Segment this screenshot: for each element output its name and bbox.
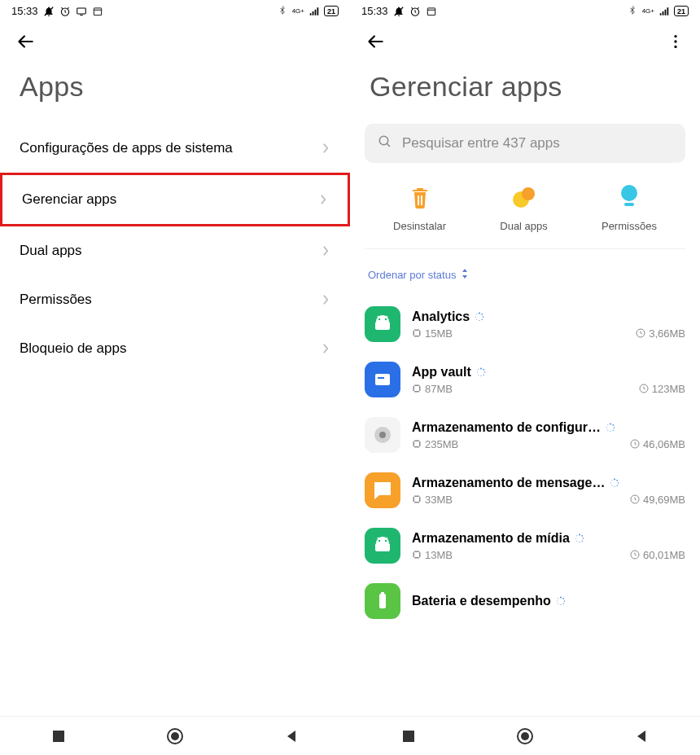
app-data-size: 49,69MB (630, 494, 685, 506)
svg-point-60 (617, 485, 618, 485)
svg-point-68 (378, 540, 380, 542)
app-row[interactable]: Bateria e desempenho (365, 573, 685, 629)
menu-item-dual-apps[interactable]: Dual apps (0, 226, 350, 275)
app-icon (365, 528, 400, 564)
svg-rect-9 (427, 7, 435, 15)
back-button[interactable] (15, 30, 37, 53)
svg-point-83 (562, 598, 564, 599)
app-info: Armazenamento de mídia 13MB 60,01MB (412, 531, 685, 561)
svg-point-51 (610, 430, 610, 431)
trash-icon (405, 182, 435, 212)
svg-point-25 (483, 316, 484, 318)
app-data-size: 123MB (639, 383, 685, 395)
chevron-right-icon (322, 343, 330, 354)
app-info: Bateria e desempenho (412, 594, 685, 608)
svg-rect-20 (375, 322, 390, 330)
bluetooth-icon (627, 6, 638, 17)
search-icon (378, 134, 392, 152)
signal-icon (308, 6, 320, 17)
svg-rect-4 (53, 731, 64, 742)
svg-point-88 (557, 601, 558, 602)
svg-point-39 (480, 375, 481, 375)
nav-home-button[interactable] (165, 726, 185, 746)
sort-selector[interactable]: Ordenar por status (350, 261, 700, 296)
nav-back-button[interactable] (632, 726, 651, 746)
menu-item-app-lock[interactable]: Bloqueio de apps (0, 324, 350, 373)
svg-point-61 (615, 485, 615, 486)
app-row[interactable]: App vault 87MB 123MB (365, 352, 685, 407)
svg-point-87 (558, 604, 558, 604)
loading-spinner-icon (606, 423, 615, 432)
app-icon (365, 472, 400, 508)
permissions-icon (615, 182, 644, 212)
display-icon (76, 6, 87, 17)
nav-back-button[interactable] (282, 726, 301, 746)
menu-item-label: Configurações de apps de sistema (20, 140, 233, 156)
more-options-button[interactable] (666, 32, 685, 51)
menu-item-permissions[interactable]: Permissões (0, 275, 350, 324)
status-time: 15:33 (361, 5, 388, 17)
svg-point-77 (576, 535, 577, 536)
svg-rect-67 (375, 543, 390, 551)
svg-rect-2 (77, 7, 85, 13)
svg-point-46 (379, 432, 386, 438)
svg-point-82 (560, 597, 562, 599)
svg-point-59 (618, 482, 619, 484)
svg-point-92 (521, 732, 529, 740)
menu-item-label: Permissões (20, 292, 92, 308)
svg-rect-19 (624, 203, 634, 206)
app-name: Armazenamento de configur… (412, 420, 601, 435)
svg-point-69 (385, 540, 387, 542)
action-label: Dual apps (500, 220, 548, 232)
svg-point-21 (378, 318, 380, 320)
app-name: App vault (412, 365, 471, 380)
menu-item-system-apps-config[interactable]: Configurações de apps de sistema (0, 124, 350, 173)
chevron-right-icon (322, 245, 330, 257)
page-title: Gerenciar apps (350, 59, 700, 124)
manage-apps-screen: 15:33 4G+ 21 Gerenciar apps Pesquisar en… (350, 0, 700, 755)
nav-home-button[interactable] (515, 726, 535, 746)
alarm-icon (59, 6, 71, 17)
chevron-right-icon (320, 194, 328, 205)
app-row[interactable]: Armazenamento de configur… 235MB 46,06MB (365, 407, 685, 463)
svg-point-35 (480, 367, 482, 369)
svg-point-27 (479, 319, 480, 320)
app-info: App vault 87MB 123MB (412, 365, 685, 395)
divider (365, 248, 685, 249)
svg-point-49 (614, 427, 615, 428)
app-data-size: 3,66MB (636, 327, 685, 340)
svg-point-17 (522, 187, 535, 200)
svg-point-86 (560, 604, 561, 605)
svg-point-30 (476, 314, 477, 314)
nav-bar (350, 716, 700, 755)
svg-point-23 (479, 312, 480, 314)
action-dual-apps[interactable]: Dual apps (500, 182, 548, 232)
app-row[interactable]: Armazenamento de mensage… 33MB 49,69MB (365, 463, 685, 518)
bluetooth-icon (277, 6, 288, 17)
svg-point-36 (483, 368, 484, 370)
signal-icon (658, 6, 670, 17)
loading-spinner-icon (476, 367, 486, 377)
nav-recents-button[interactable] (399, 726, 418, 746)
svg-rect-33 (375, 374, 390, 385)
svg-point-22 (385, 318, 387, 320)
svg-rect-80 (379, 594, 386, 608)
action-uninstall[interactable]: Desinstalar (393, 182, 446, 232)
app-data-size: 60,01MB (630, 549, 685, 561)
menu-item-manage-apps[interactable]: Gerenciar apps (0, 173, 350, 226)
svg-rect-14 (418, 195, 419, 205)
app-icon (365, 362, 400, 397)
action-permissions[interactable]: Permissões (602, 182, 657, 232)
calendar-icon (92, 6, 103, 17)
status-bar: 15:33 4G+ 21 (350, 0, 700, 19)
back-button[interactable] (365, 30, 387, 53)
app-row[interactable]: Analytics 15MB 3,66MB (365, 296, 685, 352)
nav-recents-button[interactable] (49, 726, 68, 746)
loading-spinner-icon (475, 312, 484, 322)
svg-point-6 (171, 732, 179, 740)
svg-point-11 (674, 40, 676, 42)
header (0, 19, 350, 59)
action-label: Desinstalar (393, 220, 446, 232)
app-row[interactable]: Armazenamento de mídia 13MB 60,01MB (365, 518, 685, 573)
search-input[interactable]: Pesquisar entre 437 apps (365, 124, 685, 163)
